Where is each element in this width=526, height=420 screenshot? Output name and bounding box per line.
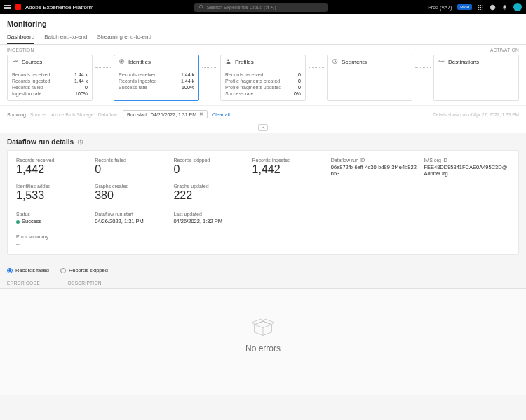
search-input[interactable] <box>207 5 323 10</box>
card-row: Ingestion rate100% <box>12 91 88 96</box>
tab-streaming[interactable]: Streaming end-to-end <box>97 31 151 44</box>
metric: Identities added1,533 <box>16 184 88 202</box>
card-title: Identities <box>128 59 151 65</box>
pill-text: Run start : 04/26/2022, 1:31 PM <box>127 112 196 117</box>
empty-text: No errors <box>245 344 281 353</box>
card-row: Records received1.44 k <box>119 72 194 77</box>
card-row: Profile fragments created0 <box>225 79 301 83</box>
svg-point-17 <box>227 59 229 61</box>
status-field: Dataflow run start04/26/2022, 1:31 PM <box>95 212 166 224</box>
id-field: IMS org IDFEE48DD95841FCAE0A495C3D@Adobe… <box>424 158 510 177</box>
card-title: Sources <box>22 59 42 65</box>
stage-section: INGESTION ACTIVATION SourcesRecords rece… <box>0 45 526 105</box>
org-label[interactable]: Prod (VA7) <box>428 5 452 10</box>
profiles-icon <box>225 58 231 66</box>
source-label: Source: <box>30 112 47 117</box>
subtabs: Dashboard Batch end-to-end Streaming end… <box>0 31 526 45</box>
adobe-logo-icon <box>15 4 21 10</box>
product-name: Adobe Experience Platform <box>25 4 93 11</box>
stage-card-profiles[interactable]: ProfilesRecords received0Profile fragmen… <box>220 55 306 101</box>
empty-box-icon <box>250 317 276 337</box>
card-row: Records ingested1.44 k <box>119 79 194 83</box>
radio-icon <box>7 268 13 273</box>
svg-point-2 <box>478 5 479 6</box>
scroll-top-row <box>0 123 526 133</box>
col-description: DESCRIPTION <box>68 280 102 285</box>
svg-point-8 <box>478 8 479 9</box>
svg-point-6 <box>480 6 481 7</box>
status-field: StatusSuccess <box>16 212 88 224</box>
env-badge: Prod <box>457 4 472 10</box>
apps-icon[interactable] <box>478 4 484 11</box>
svg-point-10 <box>483 8 483 9</box>
svg-point-7 <box>483 6 483 7</box>
svg-point-5 <box>478 6 479 7</box>
metric: Records received1,442 <box>16 158 88 177</box>
dataflow-label: Dataflow: <box>98 112 119 117</box>
global-search[interactable] <box>194 3 328 12</box>
svg-point-12 <box>492 8 493 9</box>
details-panel: Records received1,442Records failed0Reco… <box>7 150 519 255</box>
stage-card-sources[interactable]: SourcesRecords received1.44 kRecords ing… <box>7 55 93 101</box>
activation-label: ACTIVATION <box>490 48 519 53</box>
svg-point-3 <box>480 5 481 6</box>
filter-bar: Showing Source: Azure Blob Storage Dataf… <box>0 105 526 123</box>
identities-icon <box>119 58 125 66</box>
error-filter-radios: Records failed Records skipped <box>0 260 526 280</box>
destinations-icon <box>438 58 445 66</box>
avatar[interactable] <box>513 3 522 11</box>
status-field: Last updated04/26/2022, 1:32 PM <box>173 212 245 224</box>
chevron-up-icon <box>261 126 266 130</box>
metric: Records failed0 <box>95 158 166 177</box>
ingestion-label: INGESTION <box>7 48 34 53</box>
svg-point-13 <box>16 61 18 62</box>
radio-records-failed[interactable]: Records failed <box>7 267 49 273</box>
search-icon <box>198 4 204 10</box>
card-title: Profiles <box>235 59 254 65</box>
info-icon[interactable] <box>77 139 83 145</box>
metric: Records skipped0 <box>173 158 245 177</box>
empty-state: No errors <box>0 289 526 395</box>
stage-card-identities[interactable]: IdentitiesRecords received1.44 kRecords … <box>114 55 199 101</box>
metric: Records ingested1,442 <box>252 158 324 177</box>
card-row: Records received1.44 k <box>12 72 88 77</box>
stage-card-segments[interactable]: Segments <box>327 55 412 101</box>
bell-icon[interactable] <box>501 4 508 11</box>
page-title: Monitoring <box>0 14 526 31</box>
metric: Graphs created380 <box>95 184 166 202</box>
scroll-top-button[interactable] <box>258 124 268 131</box>
card-title: Destinations <box>448 59 479 65</box>
id-field: Dataflow run ID06a872fb-6aff-4c30-bd89-3… <box>331 158 417 177</box>
tab-dashboard[interactable]: Dashboard <box>7 31 34 44</box>
topbar: Adobe Experience Platform Prod (VA7) Pro… <box>0 0 526 14</box>
clear-all-link[interactable]: Clear all <box>212 112 230 117</box>
card-row: Success rate0% <box>225 91 301 96</box>
tab-batch[interactable]: Batch end-to-end <box>44 31 87 44</box>
svg-line-1 <box>202 8 203 9</box>
snapshot-timestamp: Details shown as of Apr 27, 2022, 1:33 P… <box>433 112 519 117</box>
segments-icon <box>332 58 338 66</box>
card-row: Records ingested1.44 k <box>12 79 88 83</box>
metric: Graphs updated222 <box>173 184 245 202</box>
stage-card-destinations[interactable]: Destinations <box>433 55 519 101</box>
source-value: Azure Blob Storage <box>51 112 94 117</box>
svg-point-9 <box>480 8 481 9</box>
sources-icon <box>12 58 18 66</box>
showing-label: Showing <box>7 112 26 117</box>
radio-records-skipped[interactable]: Records skipped <box>60 267 108 273</box>
svg-point-4 <box>483 5 483 6</box>
runstart-pill[interactable]: Run start : 04/26/2022, 1:31 PM ✕ <box>123 110 208 118</box>
card-title: Segments <box>342 59 367 65</box>
status-dot-icon <box>16 220 20 224</box>
menu-icon[interactable] <box>4 4 11 11</box>
card-row: Records received0 <box>225 72 301 77</box>
card-row: Records failed0 <box>12 85 88 90</box>
details-title: Dataflow run details <box>7 138 519 146</box>
pill-remove-icon[interactable]: ✕ <box>199 111 203 117</box>
card-row: Profile fragments updated0 <box>225 85 301 90</box>
svg-point-16 <box>121 61 122 62</box>
details-section: Dataflow run details Records received1,4… <box>0 133 526 260</box>
help-icon[interactable] <box>490 4 496 11</box>
col-error-code: ERROR CODE <box>7 280 40 285</box>
radio-icon <box>60 268 66 273</box>
